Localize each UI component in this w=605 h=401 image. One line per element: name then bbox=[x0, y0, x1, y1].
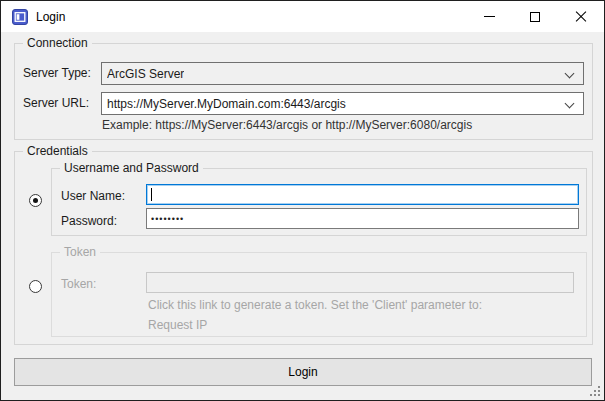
minimize-icon bbox=[484, 16, 495, 17]
chevron-down-icon bbox=[566, 70, 574, 78]
username-label: User Name: bbox=[61, 189, 125, 203]
server-url-example: Example: https://MyServer:6443/arcgis or… bbox=[102, 118, 472, 132]
login-window: Login Connection Server Type: ArcGIS Ser… bbox=[0, 0, 605, 401]
username-input[interactable] bbox=[146, 184, 579, 205]
chevron-down-icon bbox=[566, 100, 574, 108]
server-url-label: Server URL: bbox=[23, 96, 89, 110]
close-button[interactable] bbox=[558, 1, 604, 32]
token-help-line2: Request IP bbox=[148, 318, 207, 332]
token-input bbox=[146, 272, 574, 293]
server-url-value: https://MyServer.MyDomain.com:6443/arcgi… bbox=[107, 97, 346, 111]
token-help-line1: Click this link to generate a token. Set… bbox=[148, 298, 482, 312]
close-icon bbox=[575, 11, 587, 23]
app-icon bbox=[12, 9, 28, 25]
server-type-value: ArcGIS Server bbox=[107, 67, 184, 81]
resize-grip-icon[interactable] bbox=[589, 385, 601, 397]
password-label: Password: bbox=[61, 214, 117, 228]
token-legend: Token bbox=[60, 245, 100, 259]
userpass-radio[interactable] bbox=[29, 194, 42, 207]
connection-legend: Connection bbox=[23, 36, 92, 50]
text-caret bbox=[151, 188, 152, 201]
password-input[interactable] bbox=[146, 208, 579, 229]
title-bar: Login bbox=[1, 1, 604, 32]
token-label: Token: bbox=[61, 277, 96, 291]
userpass-legend: Username and Password bbox=[60, 161, 203, 175]
token-groupbox: Token bbox=[51, 252, 587, 337]
credentials-legend: Credentials bbox=[23, 144, 92, 158]
maximize-icon bbox=[530, 12, 540, 22]
server-url-combobox[interactable]: https://MyServer.MyDomain.com:6443/arcgi… bbox=[101, 92, 584, 115]
server-type-label: Server Type: bbox=[23, 66, 91, 80]
login-button[interactable]: Login bbox=[14, 358, 592, 386]
minimize-button[interactable] bbox=[466, 1, 512, 32]
maximize-button[interactable] bbox=[512, 1, 558, 32]
server-type-dropdown[interactable]: ArcGIS Server bbox=[101, 62, 584, 85]
window-controls bbox=[466, 1, 604, 32]
window-title: Login bbox=[36, 10, 65, 24]
token-radio[interactable] bbox=[29, 280, 42, 293]
login-button-label: Login bbox=[288, 365, 317, 379]
radio-dot bbox=[33, 198, 38, 203]
